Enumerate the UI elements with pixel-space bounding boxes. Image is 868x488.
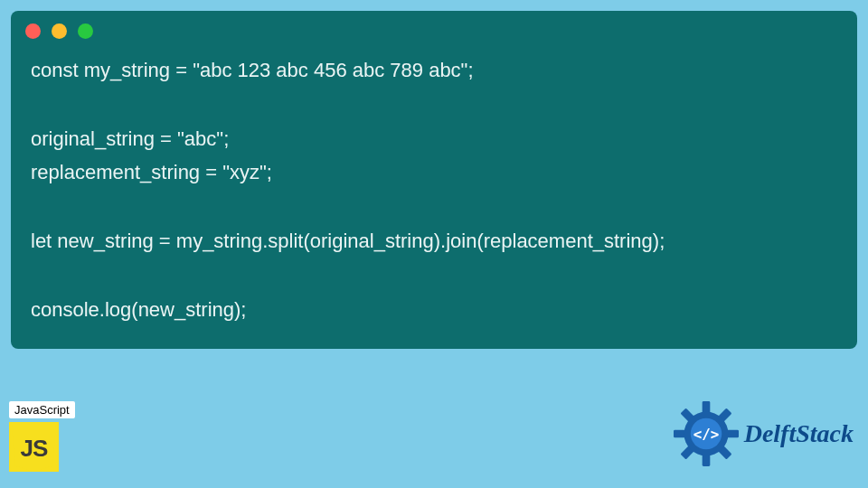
- svg-rect-1: [702, 455, 710, 466]
- delftstack-logo: </> DelftStack: [674, 401, 854, 466]
- svg-rect-3: [727, 430, 739, 438]
- js-logo-text: JS: [9, 435, 59, 463]
- svg-rect-2: [674, 430, 685, 438]
- svg-text:</>: </>: [693, 426, 719, 443]
- close-icon[interactable]: [25, 23, 41, 39]
- maximize-icon[interactable]: [78, 23, 93, 39]
- code-window: const my_string = "abc 123 abc 456 abc 7…: [11, 11, 857, 349]
- svg-rect-0: [702, 401, 710, 413]
- brand-name: DelftStack: [744, 419, 854, 448]
- gear-icon: </>: [674, 401, 739, 466]
- language-label: JavaScript: [9, 401, 75, 418]
- window-titlebar: [11, 11, 857, 48]
- minimize-icon[interactable]: [52, 23, 67, 39]
- code-block: const my_string = "abc 123 abc 456 abc 7…: [11, 48, 857, 333]
- js-logo-icon: JS: [9, 422, 59, 472]
- javascript-badge: JavaScript JS: [9, 401, 72, 472]
